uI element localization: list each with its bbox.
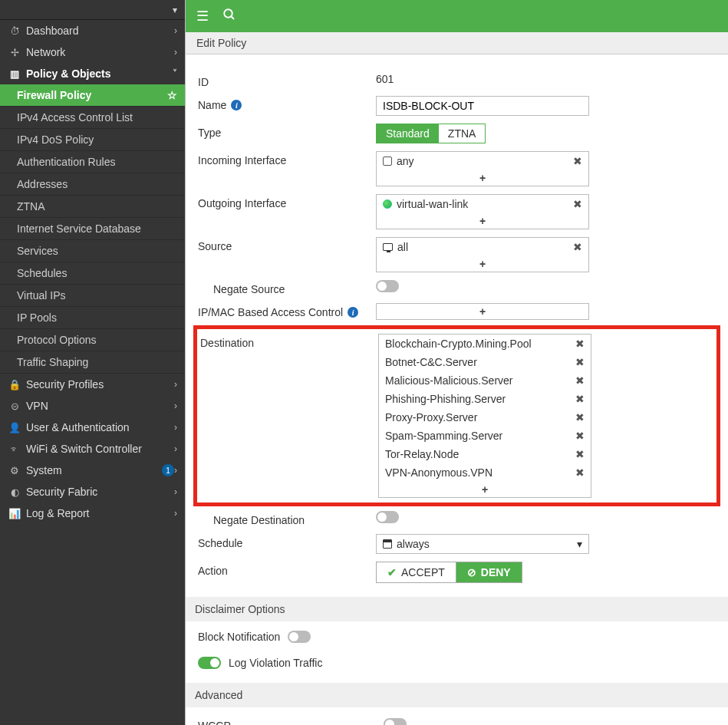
subnav-isdb[interactable]: Internet Service Database — [0, 218, 185, 240]
value-id: 601 — [376, 73, 589, 85]
nav-vpn[interactable]: ⊝ VPN › — [0, 395, 185, 417]
action-accept-button[interactable]: ✔ACCEPT — [377, 562, 456, 582]
subnav-schedules[interactable]: Schedules — [0, 262, 185, 285]
nav-system[interactable]: ⚙ System 1 › — [0, 460, 185, 481]
sidebar: ▾ ⏱ Dashboard › ✢ Network › ▥ Policy & O… — [0, 0, 185, 725]
subnav-ztna[interactable]: ZTNA — [0, 196, 185, 218]
page-title: Edit Policy — [186, 32, 728, 54]
info-icon[interactable]: i — [348, 307, 358, 318]
wccp-toggle[interactable] — [384, 718, 407, 725]
log-violation-toggle[interactable] — [198, 657, 221, 669]
nav-network[interactable]: ✢ Network › — [0, 41, 185, 63]
topbar: ☰ — [186, 0, 728, 32]
remove-icon[interactable]: ✖ — [575, 393, 585, 405]
subnav-services[interactable]: Services — [0, 240, 185, 262]
network-icon: ✢ — [8, 47, 21, 58]
menu-icon[interactable]: ☰ — [196, 8, 209, 25]
label-negate-source: Negate Source — [198, 280, 376, 295]
subnav-ipv4-acl[interactable]: IPv4 Access Control List — [0, 107, 185, 129]
nav-policy-objects[interactable]: ▥ Policy & Objects ˅ — [0, 63, 185, 84]
subnav-protocol-options[interactable]: Protocol Options — [0, 329, 185, 351]
remove-icon[interactable]: ✖ — [575, 466, 585, 479]
action-deny-button[interactable]: ⊘DENY — [456, 562, 522, 582]
negate-destination-toggle[interactable] — [376, 511, 399, 523]
sidebar-collapse[interactable]: ▾ — [0, 0, 185, 20]
nav-wifi-switch[interactable]: ᯤ WiFi & Switch Controller › — [0, 438, 185, 460]
add-incoming-button[interactable]: + — [377, 170, 588, 186]
nav-user-auth[interactable]: 👤 User & Authentication › — [0, 417, 185, 438]
outgoing-interface-select[interactable]: virtual-wan-link ✖ + — [376, 194, 589, 229]
add-source-button[interactable]: + — [377, 256, 588, 272]
nav-dashboard[interactable]: ⏱ Dashboard › — [0, 20, 185, 41]
schedule-select[interactable]: always ▾ — [376, 534, 589, 554]
subnav-addresses[interactable]: Addresses — [0, 173, 185, 196]
gear-icon: ⚙ — [8, 465, 21, 476]
search-icon[interactable] — [222, 8, 236, 25]
type-ztna-button[interactable]: ZTNA — [439, 124, 486, 143]
incoming-interface-select[interactable]: any ✖ + — [376, 151, 589, 186]
schedule-value: always — [397, 538, 430, 550]
nav-label: WiFi & Switch Controller — [26, 443, 174, 455]
add-destination-button[interactable]: + — [379, 482, 591, 497]
destination-select[interactable]: Blockchain-Crypto.Mining.Pool✖ Botnet-C&… — [378, 334, 591, 498]
source-select[interactable]: all ✖ + — [376, 237, 589, 272]
label-source: Source — [198, 237, 376, 252]
add-ipmac-button[interactable]: + — [377, 304, 588, 319]
subnav-label: Firewall Policy — [17, 89, 91, 101]
fabric-icon: ◐ — [8, 486, 21, 498]
subnav-label: Protocol Options — [17, 334, 97, 346]
subnav-label: Traffic Shaping — [17, 356, 88, 368]
badge-count: 1 — [162, 464, 174, 476]
add-outgoing-button[interactable]: + — [377, 213, 588, 229]
nav-security-profiles[interactable]: 🔒 Security Profiles › — [0, 374, 185, 395]
chevron-right-icon: › — [174, 443, 177, 454]
label-destination: Destination — [200, 334, 378, 349]
remove-icon[interactable]: ✖ — [575, 448, 585, 460]
type-standard-button[interactable]: Standard — [377, 124, 439, 143]
chevron-right-icon: › — [174, 465, 177, 476]
item-text: Malicious-Malicious.Server — [385, 374, 513, 387]
subnav-ip-pools[interactable]: IP Pools — [0, 307, 185, 329]
label-type: Type — [198, 124, 376, 139]
star-icon[interactable]: ☆ — [167, 89, 177, 101]
subnav-traffic-shaping[interactable]: Traffic Shaping — [0, 351, 185, 374]
nav-label: Network — [26, 46, 174, 58]
subnav-virtual-ips[interactable]: Virtual IPs — [0, 285, 185, 307]
subnav-label: Authentication Rules — [17, 156, 115, 168]
nav-security-fabric[interactable]: ◐ Security Fabric › — [0, 481, 185, 503]
item-text: Tor-Relay.Node — [385, 448, 459, 460]
nav-log-report[interactable]: 📊 Log & Report › — [0, 503, 185, 524]
subnav-label: Schedules — [17, 267, 67, 279]
remove-icon[interactable]: ✖ — [573, 155, 582, 167]
name-input[interactable] — [376, 96, 589, 116]
nav-label: Log & Report — [26, 507, 174, 519]
negate-source-toggle[interactable] — [376, 280, 399, 292]
remove-icon[interactable]: ✖ — [575, 430, 585, 442]
info-icon[interactable]: i — [231, 100, 242, 110]
action-toggle[interactable]: ✔ACCEPT ⊘DENY — [376, 562, 522, 583]
subnav-firewall-policy[interactable]: Firewall Policy ☆ — [0, 84, 185, 107]
remove-icon[interactable]: ✖ — [575, 411, 585, 423]
ipmac-select[interactable]: + — [376, 303, 589, 320]
chevron-right-icon: › — [174, 400, 177, 411]
label-log-violation: Log Violation Traffic — [229, 657, 322, 669]
section-disclaimer: Disclaimer Options — [186, 597, 728, 621]
nav-label: Dashboard — [26, 25, 174, 37]
subnav-auth-rules[interactable]: Authentication Rules — [0, 151, 185, 173]
remove-icon[interactable]: ✖ — [575, 356, 585, 368]
remove-icon[interactable]: ✖ — [573, 198, 582, 210]
destination-highlight: Destination Blockchain-Crypto.Mining.Poo… — [193, 325, 720, 506]
globe-icon — [383, 199, 392, 209]
item-text: Blockchain-Crypto.Mining.Pool — [385, 338, 532, 350]
remove-icon[interactable]: ✖ — [575, 338, 585, 350]
item-text: virtual-wan-link — [397, 198, 468, 210]
type-toggle[interactable]: Standard ZTNA — [376, 124, 486, 143]
remove-icon[interactable]: ✖ — [575, 374, 585, 387]
item-text: VPN-Anonymous.VPN — [385, 466, 492, 479]
block-notification-toggle[interactable] — [288, 631, 311, 643]
interface-icon — [383, 157, 392, 166]
remove-icon[interactable]: ✖ — [573, 241, 582, 253]
caret-down-icon: ▾ — [173, 5, 177, 15]
nav-label: Security Profiles — [26, 378, 174, 391]
subnav-ipv4-dos[interactable]: IPv4 DoS Policy — [0, 129, 185, 151]
